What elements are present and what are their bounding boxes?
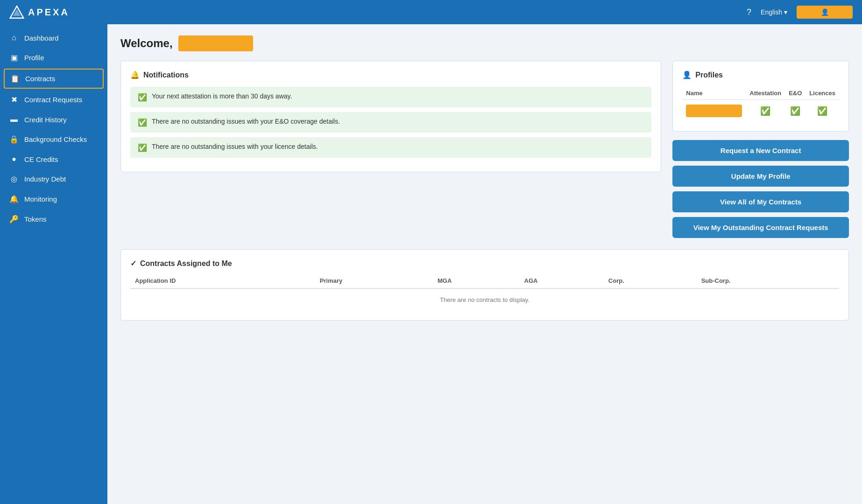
licences-check: ✅ bbox=[817, 106, 827, 116]
top-header: APEXA ? English ▾ 👤 bbox=[0, 0, 862, 24]
sidebar-item-contract-requests[interactable]: ✖ Contract Requests bbox=[0, 90, 107, 110]
sidebar: ⌂ Dashboard ▣ Profile 📋 Contracts ✖ Cont… bbox=[0, 24, 107, 504]
dashboard-icon: ⌂ bbox=[9, 34, 19, 42]
contracts-table: Application ID Primary MGA AGA Corp. Sub… bbox=[130, 273, 839, 311]
industry-debt-icon: ◎ bbox=[9, 175, 19, 183]
check-circle-icon-2: ✅ bbox=[138, 118, 147, 127]
update-my-profile-button[interactable]: Update My Profile bbox=[672, 166, 849, 187]
sidebar-item-background-checks[interactable]: 🔒 Background Checks bbox=[0, 129, 107, 149]
col-sub-corp: Sub-Corp. bbox=[697, 273, 839, 288]
sidebar-item-ce-credits[interactable]: ● CE Credits bbox=[0, 149, 107, 169]
sidebar-item-label: Credit History bbox=[24, 116, 67, 124]
language-chevron: ▾ bbox=[784, 8, 787, 16]
monitoring-icon: 🔔 bbox=[9, 195, 19, 203]
logo-text: APEXA bbox=[28, 7, 70, 18]
background-checks-icon: 🔒 bbox=[9, 135, 19, 144]
contracts-check-icon: ✓ bbox=[130, 259, 136, 268]
welcome-greeting: Welcome, bbox=[120, 37, 173, 50]
contracts-empty-message: There are no contracts to display. bbox=[130, 288, 839, 311]
content-area: Welcome, 🔔 Notifications ✅ Your next att… bbox=[107, 24, 862, 504]
profile-name-badge bbox=[686, 105, 742, 117]
col-eo: E&O bbox=[785, 87, 805, 100]
profile-row: ✅ ✅ ✅ bbox=[682, 100, 839, 122]
sidebar-item-industry-debt[interactable]: ◎ Industry Debt bbox=[0, 169, 107, 189]
user-menu[interactable]: 👤 bbox=[797, 6, 853, 19]
sidebar-item-label: Contracts bbox=[25, 75, 55, 83]
tokens-icon: 🔑 bbox=[9, 215, 19, 224]
notification-item-1: ✅ Your next attestation is more than 30 … bbox=[130, 87, 651, 107]
notification-text-2: There are no outstanding issues with you… bbox=[152, 118, 340, 125]
sidebar-item-label: Dashboard bbox=[24, 34, 58, 42]
sidebar-item-label: Background Checks bbox=[24, 135, 87, 143]
contracts-assigned-section: ✓ Contracts Assigned to Me Application I… bbox=[120, 249, 849, 321]
right-column: 👤 Profiles Name Attestation E&O Licences bbox=[672, 61, 849, 238]
notifications-icon: 🔔 bbox=[130, 70, 140, 79]
notifications-title: 🔔 Notifications bbox=[130, 70, 651, 79]
notifications-panel: 🔔 Notifications ✅ Your next attestation … bbox=[120, 61, 661, 172]
profiles-table-header: Name Attestation E&O Licences bbox=[682, 87, 839, 100]
notification-text-3: There are no outstanding issues with you… bbox=[152, 143, 318, 150]
ce-credits-icon: ● bbox=[9, 155, 19, 163]
top-row: 🔔 Notifications ✅ Your next attestation … bbox=[120, 61, 849, 238]
col-corp: Corp. bbox=[604, 273, 697, 288]
attestation-cell: ✅ bbox=[746, 100, 785, 122]
sidebar-item-label: Tokens bbox=[24, 215, 47, 223]
contracts-table-header: Application ID Primary MGA AGA Corp. Sub… bbox=[130, 273, 839, 288]
col-attestation: Attestation bbox=[746, 87, 785, 100]
profiles-title: 👤 Profiles bbox=[682, 70, 839, 79]
credit-history-icon: ▬ bbox=[9, 115, 19, 124]
check-circle-icon-1: ✅ bbox=[138, 93, 147, 102]
col-primary: Primary bbox=[315, 273, 433, 288]
sidebar-item-label: CE Credits bbox=[24, 155, 58, 163]
sidebar-item-credit-history[interactable]: ▬ Credit History bbox=[0, 110, 107, 129]
language-selector[interactable]: English ▾ bbox=[761, 8, 787, 16]
profiles-table: Name Attestation E&O Licences bbox=[682, 87, 839, 122]
help-icon[interactable]: ? bbox=[747, 7, 751, 17]
col-licences: Licences bbox=[805, 87, 839, 100]
profiles-icon: 👤 bbox=[682, 70, 692, 79]
check-circle-icon-3: ✅ bbox=[138, 143, 147, 152]
eo-cell: ✅ bbox=[785, 100, 805, 122]
notification-text-1: Your next attestation is more than 30 da… bbox=[152, 92, 292, 100]
sidebar-item-label: Profile bbox=[24, 54, 44, 62]
header-right: ? English ▾ 👤 bbox=[747, 6, 853, 19]
col-name: Name bbox=[682, 87, 746, 100]
sidebar-item-label: Industry Debt bbox=[24, 175, 66, 183]
language-label: English bbox=[761, 8, 782, 16]
col-mga: MGA bbox=[433, 273, 520, 288]
contracts-empty-row: There are no contracts to display. bbox=[130, 288, 839, 311]
sidebar-item-monitoring[interactable]: 🔔 Monitoring bbox=[0, 189, 107, 209]
profile-name-cell bbox=[682, 100, 746, 122]
action-buttons: Request a New Contract Update My Profile… bbox=[672, 140, 849, 238]
eo-check: ✅ bbox=[790, 106, 800, 116]
sidebar-item-label: Monitoring bbox=[24, 195, 57, 203]
logo: APEXA bbox=[9, 5, 70, 20]
view-all-contracts-button[interactable]: View All of My Contracts bbox=[672, 191, 849, 212]
request-new-contract-button[interactable]: Request a New Contract bbox=[672, 140, 849, 161]
contracts-assigned-title: ✓ Contracts Assigned to Me bbox=[130, 259, 839, 268]
notification-item-3: ✅ There are no outstanding issues with y… bbox=[130, 137, 651, 158]
welcome-section: Welcome, bbox=[120, 35, 849, 51]
profile-icon: ▣ bbox=[9, 53, 19, 62]
sidebar-item-profile[interactable]: ▣ Profile bbox=[0, 48, 107, 68]
sidebar-item-label: Contract Requests bbox=[24, 96, 82, 104]
view-outstanding-requests-button[interactable]: View My Outstanding Contract Requests bbox=[672, 217, 849, 238]
col-aga: AGA bbox=[520, 273, 604, 288]
sidebar-item-contracts[interactable]: 📋 Contracts bbox=[4, 69, 104, 89]
contracts-icon: 📋 bbox=[10, 74, 20, 83]
sidebar-item-dashboard[interactable]: ⌂ Dashboard bbox=[0, 28, 107, 48]
col-application-id: Application ID bbox=[130, 273, 315, 288]
logo-icon bbox=[9, 5, 24, 20]
sidebar-item-tokens[interactable]: 🔑 Tokens bbox=[0, 209, 107, 229]
user-icon: 👤 bbox=[821, 8, 829, 16]
welcome-name bbox=[178, 35, 253, 51]
notification-item-2: ✅ There are no outstanding issues with y… bbox=[130, 112, 651, 133]
attestation-check: ✅ bbox=[760, 106, 770, 116]
main-layout: ⌂ Dashboard ▣ Profile 📋 Contracts ✖ Cont… bbox=[0, 24, 862, 504]
contract-requests-icon: ✖ bbox=[9, 95, 19, 104]
profiles-panel: 👤 Profiles Name Attestation E&O Licences bbox=[672, 61, 849, 132]
licences-cell: ✅ bbox=[805, 100, 839, 122]
